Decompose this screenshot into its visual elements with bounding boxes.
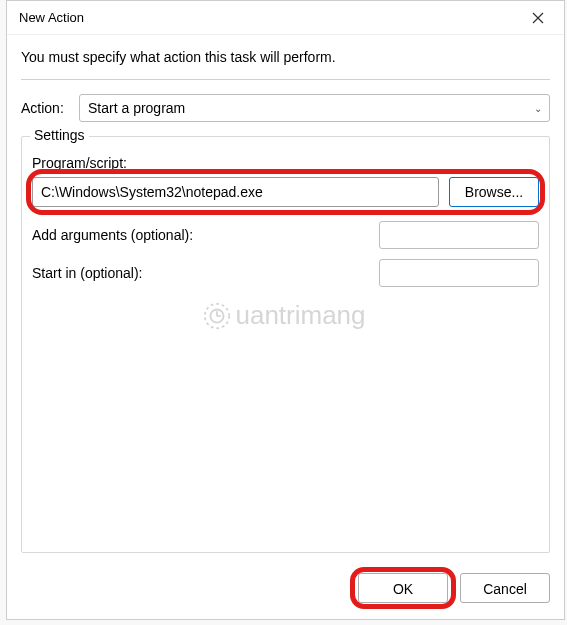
action-select[interactable]: Start a program ⌄ [79, 94, 550, 122]
ok-button[interactable]: OK [358, 573, 448, 603]
arguments-input[interactable] [379, 221, 539, 249]
browse-button[interactable]: Browse... [449, 177, 539, 207]
dialog-footer: OK Cancel [7, 563, 564, 619]
action-row: Action: Start a program ⌄ [21, 94, 550, 122]
action-select-value: Start a program [79, 94, 550, 122]
program-script-input[interactable] [32, 177, 439, 207]
program-row: Browse... [32, 177, 539, 207]
arguments-row: Add arguments (optional): [32, 221, 539, 249]
instruction-text: You must specify what action this task w… [21, 49, 550, 65]
ok-button-wrap: OK [358, 573, 448, 603]
titlebar: New Action [7, 1, 564, 35]
program-script-label: Program/script: [32, 155, 539, 171]
window-title: New Action [19, 10, 516, 25]
startin-row: Start in (optional): [32, 259, 539, 287]
new-action-dialog: New Action You must specify what action … [6, 0, 565, 620]
close-icon [532, 12, 544, 24]
startin-input[interactable] [379, 259, 539, 287]
divider [21, 79, 550, 80]
cancel-button[interactable]: Cancel [460, 573, 550, 603]
action-label: Action: [21, 100, 69, 116]
startin-label: Start in (optional): [32, 265, 379, 281]
settings-fieldset: Settings Program/script: Browse... Add a… [21, 136, 550, 553]
dialog-content: You must specify what action this task w… [7, 35, 564, 563]
arguments-label: Add arguments (optional): [32, 227, 379, 243]
close-button[interactable] [516, 3, 560, 33]
settings-legend: Settings [30, 127, 89, 143]
